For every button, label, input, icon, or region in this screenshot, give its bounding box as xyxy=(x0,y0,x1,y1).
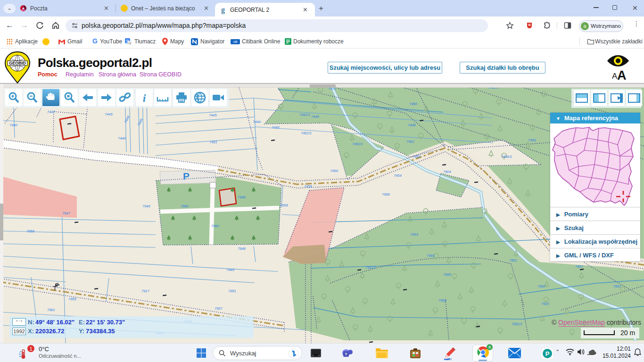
svg-text:7946: 7946 xyxy=(142,204,151,208)
svg-text:7956: 7956 xyxy=(443,272,452,277)
svg-text:7957: 7957 xyxy=(575,264,584,269)
svg-text:7445: 7445 xyxy=(209,113,217,117)
svg-text:7456: 7456 xyxy=(528,138,537,142)
svg-text:7958: 7958 xyxy=(26,229,35,233)
svg-text:7450: 7450 xyxy=(409,102,418,106)
svg-text:7445: 7445 xyxy=(272,125,280,130)
svg-text:7950: 7950 xyxy=(211,224,220,228)
svg-text:7952/1: 7952/1 xyxy=(365,265,376,270)
svg-text:T: T xyxy=(345,352,347,356)
svg-text:7958: 7958 xyxy=(438,298,447,303)
svg-text:7961: 7961 xyxy=(47,308,55,312)
svg-text:7915: 7915 xyxy=(541,302,550,306)
svg-text:7950: 7950 xyxy=(181,204,189,208)
svg-text:i: i xyxy=(143,92,146,104)
svg-text:7440: 7440 xyxy=(9,123,18,127)
svg-text:7953: 7953 xyxy=(410,232,419,237)
svg-text:7950: 7950 xyxy=(613,284,621,288)
svg-text:7454: 7454 xyxy=(394,173,402,178)
svg-text:7948: 7948 xyxy=(238,247,246,251)
svg-text:7950: 7950 xyxy=(537,284,546,288)
svg-text:7452/1: 7452/1 xyxy=(352,142,363,146)
svg-text:7917: 7917 xyxy=(141,289,150,293)
svg-text:7948: 7948 xyxy=(238,195,246,199)
svg-text:GEOBID: GEOBID xyxy=(9,61,26,66)
svg-text:7904: 7904 xyxy=(443,170,451,174)
svg-text:7446: 7446 xyxy=(118,136,126,140)
svg-text:A: A xyxy=(617,68,627,82)
svg-text:7451: 7451 xyxy=(209,140,217,144)
svg-text:7456/1: 7456/1 xyxy=(501,155,512,159)
svg-text:P: P xyxy=(545,350,550,357)
svg-text:2020: 2020 xyxy=(446,358,452,361)
svg-text:7458: 7458 xyxy=(304,184,313,189)
svg-text:7951: 7951 xyxy=(509,258,517,263)
svg-text:G: G xyxy=(129,41,132,45)
svg-text:7445: 7445 xyxy=(105,112,113,116)
svg-text:7452/1: 7452/1 xyxy=(299,113,310,117)
svg-text:7949: 7949 xyxy=(226,268,235,272)
svg-text:7452: 7452 xyxy=(406,140,415,144)
svg-text:7957: 7957 xyxy=(215,306,223,311)
svg-text:7947: 7947 xyxy=(62,211,71,215)
svg-text:7955: 7955 xyxy=(427,254,435,258)
svg-text:7459: 7459 xyxy=(330,169,339,173)
svg-text:7958: 7958 xyxy=(382,192,390,197)
svg-text:7452/1: 7452/1 xyxy=(301,131,312,135)
svg-text:7908: 7908 xyxy=(280,203,289,207)
svg-text:7448: 7448 xyxy=(408,123,416,127)
svg-text:7959: 7959 xyxy=(68,297,77,301)
svg-text:7448: 7448 xyxy=(311,115,320,119)
svg-text:P: P xyxy=(183,171,190,181)
svg-text:7951: 7951 xyxy=(228,289,236,293)
svg-text:7444: 7444 xyxy=(253,120,261,124)
svg-text:7447: 7447 xyxy=(47,110,56,114)
svg-text:7450: 7450 xyxy=(413,155,421,159)
